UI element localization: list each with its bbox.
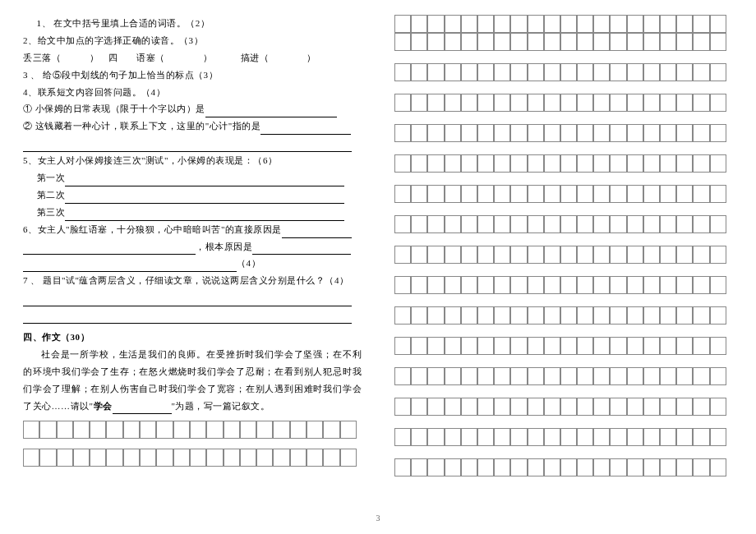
essay-grid-cell[interactable] [660,215,676,233]
essay-grid-cell[interactable] [710,63,726,81]
essay-grid-cell[interactable] [494,246,510,264]
essay-grid-cell[interactable] [593,246,610,264]
essay-grid-cell[interactable] [445,63,461,81]
essay-grid-cell[interactable] [676,215,693,233]
essay-grid-cell[interactable] [627,154,643,173]
essay-grid-cell[interactable] [676,458,693,476]
essay-grid-cell[interactable] [23,449,39,467]
essay-grid-cell[interactable] [593,154,610,173]
essay-grid-cell[interactable] [676,246,693,264]
essay-grid-cell[interactable] [544,94,560,112]
essay-grid-row[interactable] [394,154,733,173]
essay-grid-cell[interactable] [710,398,726,416]
essay-grid-row[interactable] [23,421,362,439]
essay-grid-cell[interactable] [544,458,560,476]
essay-grid-cell[interactable] [593,185,610,203]
essay-grid-cell[interactable] [411,428,427,446]
essay-grid-cell[interactable] [660,94,676,112]
essay-grid-cell[interactable] [494,215,510,233]
essay-grid-cell[interactable] [593,33,610,51]
essay-grid-cell[interactable] [256,449,273,467]
essay-grid-cell[interactable] [560,33,577,51]
essay-grid-cell[interactable] [544,246,560,264]
essay-grid-cell[interactable] [394,367,411,385]
essay-grid-cell[interactable] [627,185,643,203]
essay-grid-cell[interactable] [510,33,527,51]
essay-grid-cell[interactable] [461,458,477,476]
essay-grid-row[interactable] [394,33,733,51]
essay-grid-cell[interactable] [394,215,411,233]
essay-grid-cell[interactable] [643,337,660,355]
essay-grid-cell[interactable] [394,63,411,81]
essay-grid-cell[interactable] [643,276,660,294]
essay-grid-cell[interactable] [643,63,660,81]
essay-grid-cell[interactable] [577,306,593,325]
essay-grid-cell[interactable] [577,246,593,264]
essay-grid-cell[interactable] [710,215,726,233]
essay-grid-cell[interactable] [593,337,610,355]
essay-grid-cell[interactable] [710,428,726,446]
essay-grid-cell[interactable] [593,94,610,112]
essay-grid-cell[interactable] [394,185,411,203]
essay-grid-cell[interactable] [676,428,693,446]
essay-grid-cell[interactable] [610,398,626,416]
essay-grid-cell[interactable] [528,94,544,112]
essay-grid-cell[interactable] [560,215,577,233]
essay-grid-cell[interactable] [643,246,660,264]
essay-grid-cell[interactable] [411,398,427,416]
essay-grid-cell[interactable] [427,276,444,294]
essay-grid-cell[interactable] [445,94,461,112]
essay-grid-cell[interactable] [676,306,693,325]
essay-grid-cell[interactable] [445,276,461,294]
essay-grid-cell[interactable] [510,154,527,173]
essay-grid-cell[interactable] [577,428,593,446]
essay-grid-cell[interactable] [593,15,610,33]
essay-grid-cell[interactable] [593,124,610,142]
essay-grid-cell[interactable] [544,215,560,233]
essay-grid-cell[interactable] [477,276,494,294]
essay-grid-row[interactable] [394,276,733,294]
essay-grid-cell[interactable] [627,215,643,233]
essay-grid-cell[interactable] [411,306,427,325]
essay-grid-cell[interactable] [528,15,544,33]
essay-grid-cell[interactable] [394,154,411,173]
essay-grid-cell[interactable] [273,421,289,439]
essay-grid-cell[interactable] [528,367,544,385]
essay-grid-cell[interactable] [560,94,577,112]
essay-grid-cell[interactable] [627,306,643,325]
essay-grid-cell[interactable] [510,367,527,385]
essay-grid-cell[interactable] [593,276,610,294]
essay-grid-cell[interactable] [461,154,477,173]
essay-grid-cell[interactable] [156,449,173,467]
essay-grid-cell[interactable] [643,398,660,416]
essay-grid-cell[interactable] [73,449,90,467]
essay-grid-cell[interactable] [477,458,494,476]
essay-grid-cell[interactable] [693,15,709,33]
essay-grid-cell[interactable] [445,398,461,416]
essay-grid-cell[interactable] [445,154,461,173]
essay-grid-cell[interactable] [643,367,660,385]
essay-grid-cell[interactable] [477,33,494,51]
essay-grid-cell[interactable] [560,246,577,264]
essay-title-blank[interactable] [113,413,172,414]
essay-grid-cell[interactable] [710,185,726,203]
essay-grid-cell[interactable] [494,306,510,325]
essay-grid-cell[interactable] [660,306,676,325]
essay-grid-cell[interactable] [427,458,444,476]
essay-grid-cell[interactable] [494,276,510,294]
essay-grid-cell[interactable] [394,94,411,112]
essay-grid-cell[interactable] [461,337,477,355]
essay-grid-cell[interactable] [445,124,461,142]
essay-grid-cell[interactable] [411,458,427,476]
essay-grid-cell[interactable] [528,276,544,294]
essay-grid-cell[interactable] [411,185,427,203]
essay-grid-cell[interactable] [577,185,593,203]
essay-grid-cell[interactable] [528,306,544,325]
essay-grid-cell[interactable] [627,337,643,355]
essay-grid-row[interactable] [23,449,362,467]
essay-grid-cell[interactable] [710,458,726,476]
essay-grid-cell[interactable] [307,449,323,467]
essay-grid-cell[interactable] [610,33,626,51]
essay-grid-cell[interactable] [494,154,510,173]
essay-grid-cell[interactable] [411,94,427,112]
